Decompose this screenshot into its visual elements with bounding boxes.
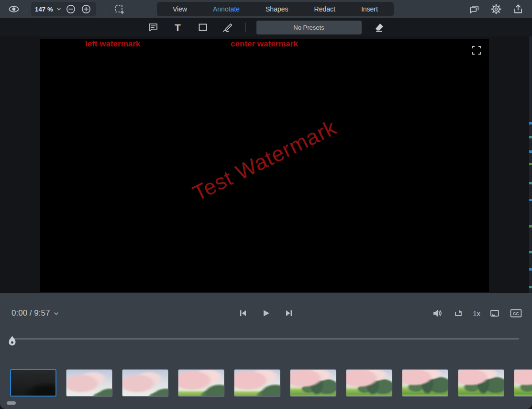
divider (245, 23, 246, 32)
marquee-add-icon[interactable] (112, 2, 126, 16)
playhead-icon[interactable] (8, 335, 16, 349)
volume-icon[interactable] (431, 307, 444, 320)
loop-icon[interactable] (452, 307, 465, 320)
eye-icon[interactable] (7, 2, 21, 16)
annotation-marker (529, 199, 532, 201)
annotation-marker (529, 150, 532, 153)
scroll-marker-strip[interactable] (529, 36, 532, 293)
watermark-center: center watermark (231, 39, 298, 49)
chevron-down-icon (53, 310, 59, 317)
previous-frame-icon[interactable] (236, 307, 250, 320)
comments-icon[interactable] (467, 2, 481, 16)
annotate-toolbar: T No Presets (0, 18, 532, 36)
annotation-marker (529, 182, 532, 184)
filmstrip-thumbnail[interactable] (458, 369, 504, 397)
watermark-left: left watermark (85, 39, 140, 49)
mode-tabs: View Annotate Shapes Redact Insert (157, 2, 394, 16)
tab-insert[interactable]: Insert (348, 2, 391, 16)
annotation-marker (529, 163, 532, 165)
annotation-marker (529, 268, 532, 271)
pip-icon[interactable] (488, 307, 501, 320)
playback-speed[interactable]: 1x (473, 309, 480, 318)
filmstrip-thumbnail[interactable] (178, 369, 224, 397)
filmstrip-thumbnail[interactable] (346, 369, 392, 397)
filmstrip-thumbnail[interactable] (290, 369, 336, 397)
cc-glyph: CC (513, 311, 519, 316)
filmstrip-thumbnail[interactable] (402, 369, 448, 397)
rectangle-tool-icon[interactable] (196, 20, 210, 34)
video-annotation-app: 147 % View Annotate Shapes Redact Insert (0, 0, 532, 409)
annotation-marker (529, 251, 532, 253)
next-frame-icon[interactable] (282, 307, 296, 320)
presets-dropdown[interactable]: No Presets (256, 21, 362, 34)
timeline-scrubber[interactable] (0, 333, 532, 351)
top-toolbar: 147 % View Annotate Shapes Redact Insert (0, 0, 532, 18)
zoom-out-icon[interactable] (65, 2, 77, 16)
player-controls: 0:00 / 9:57 (0, 302, 532, 325)
annotation-marker (529, 122, 532, 125)
annotation-marker (529, 225, 532, 227)
watermark-diagonal: Test Watermark (188, 115, 340, 206)
text-tool-glyph: T (175, 23, 181, 33)
eraser-icon[interactable] (372, 20, 387, 34)
tab-annotate[interactable]: Annotate (200, 2, 253, 16)
time-display: 0:00 / 9:57 (11, 308, 50, 318)
filmstrip-scrollbar[interactable] (7, 401, 16, 405)
topbar-right-actions (467, 2, 525, 16)
player-panel: 0:00 / 9:57 (0, 293, 532, 409)
filmstrip-thumbnail[interactable] (234, 369, 280, 397)
fullscreen-icon[interactable] (471, 45, 482, 56)
chevron-down-icon[interactable] (56, 6, 62, 12)
filmstrip-thumbnail[interactable] (514, 369, 532, 397)
divider (104, 4, 104, 14)
tab-redact[interactable]: Redact (301, 2, 348, 16)
settings-gear-icon[interactable] (489, 2, 503, 16)
divider (26, 4, 26, 14)
player-right-controls: 1x CC (431, 307, 522, 320)
zoom-controls: 147 % (31, 2, 96, 16)
filmstrip-thumbnail[interactable] (122, 369, 168, 397)
text-tool-icon[interactable]: T (171, 20, 185, 34)
tab-shapes[interactable]: Shapes (253, 2, 301, 16)
filmstrip (10, 368, 532, 398)
zoom-in-icon[interactable] (80, 2, 92, 16)
export-icon[interactable] (511, 2, 525, 16)
filmstrip-thumbnail[interactable] (10, 369, 56, 397)
captions-icon[interactable]: CC (509, 307, 522, 320)
transport-controls (236, 307, 296, 320)
draw-tool-icon[interactable] (221, 20, 235, 34)
annotation-marker (529, 286, 532, 288)
zoom-level-value[interactable]: 147 % (35, 6, 53, 13)
scrubber-track[interactable] (12, 338, 519, 340)
comment-tool-icon[interactable] (146, 20, 160, 34)
filmstrip-thumbnail[interactable] (66, 369, 112, 397)
viewer-content: left watermark center watermark Test Wat… (0, 36, 532, 293)
time-display-dropdown[interactable]: 0:00 / 9:57 (11, 308, 59, 318)
tab-view[interactable]: View (160, 2, 200, 16)
video-canvas[interactable]: left watermark center watermark Test Wat… (40, 39, 489, 292)
annotation-marker (529, 136, 532, 138)
play-icon[interactable] (259, 307, 273, 320)
